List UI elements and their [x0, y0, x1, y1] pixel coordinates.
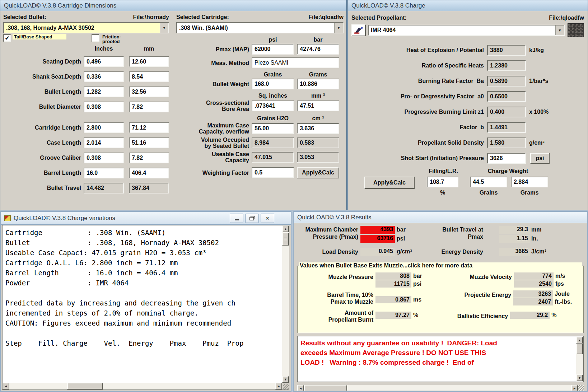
- meas-method-input[interactable]: Piezo SAAMI: [252, 57, 339, 68]
- scroll-left-icon[interactable]: ◄: [3, 383, 9, 389]
- warning-vertical-scrollbar[interactable]: ▲ ▼: [576, 337, 583, 381]
- cartridge-length-mm-input[interactable]: 71.12: [129, 122, 169, 133]
- muzzle-velocity-ms-unit: m/s: [555, 273, 565, 279]
- apply-calc-button-charge[interactable]: Apply&Calc: [364, 177, 415, 189]
- horizontal-scroll-thumb[interactable]: [67, 383, 103, 389]
- scroll-right-icon[interactable]: ►: [275, 383, 282, 389]
- propellant-dropdown-icon[interactable]: ▼: [555, 25, 564, 35]
- window-charge-variations: QuickLOAD© V.3.8 Charge variations × Car…: [0, 211, 291, 392]
- max-capacity-cm3-input[interactable]: 3.636: [297, 123, 339, 134]
- powder-sample-image[interactable]: [568, 23, 584, 37]
- friction-proofed-checkbox[interactable]: [92, 34, 99, 42]
- bore-area-sqin-input[interactable]: .073641: [252, 101, 294, 111]
- bullet-diameter-inches-input[interactable]: 0.308: [84, 102, 124, 112]
- seating-depth-inches-input[interactable]: 0.496: [84, 56, 124, 67]
- bullet-dropdown-icon[interactable]: ▼: [160, 23, 168, 33]
- scroll-down-icon[interactable]: ▼: [282, 376, 289, 383]
- charge-variations-report[interactable]: Cartridge : .308 Win. (SAAMI) Bullet : .…: [2, 225, 289, 390]
- bullet-travel-mm-output: 367.84: [129, 183, 169, 193]
- charge-titlebar[interactable]: QuickLOAD© V.3.8 Charge: [348, 0, 588, 11]
- close-button[interactable]: ×: [261, 214, 274, 223]
- warning-scroll-left-icon[interactable]: ◄: [297, 385, 304, 391]
- scroll-up-icon[interactable]: ▲: [282, 225, 289, 232]
- ballistic-efficiency-unit: %: [551, 312, 556, 318]
- row-shot-start-pressure: Shot Start (Initiation) Pressure 3626 ps…: [351, 153, 584, 164]
- groove-caliber-mm-input[interactable]: 7.82: [129, 153, 169, 163]
- filling-lr-input[interactable]: 108.7: [427, 177, 458, 187]
- cm3-column-header: cm ³: [297, 115, 339, 122]
- pmax-bar-input[interactable]: 4274.76: [297, 44, 339, 55]
- charge-variations-title: QuickLOAD© V.3.8 Charge variations: [14, 215, 115, 222]
- barrel-length-mm-input[interactable]: 406.4: [129, 168, 169, 178]
- barrel-length-label: Barrel Length: [3, 170, 84, 176]
- bore-area-mm2-input[interactable]: 47.51: [297, 101, 339, 111]
- bullet-combobox[interactable]: .308, 168, Hornady A-MAX 30502 ▼: [3, 22, 169, 33]
- bullet-length-inches-input[interactable]: 1.282: [84, 87, 124, 97]
- warning-scroll-down-icon[interactable]: ▼: [576, 374, 583, 381]
- warning-horizontal-scrollbar[interactable]: ◄ ►: [297, 385, 584, 391]
- cartridge-dropdown-icon[interactable]: ▼: [334, 23, 343, 33]
- muzzle-exit-group-caption[interactable]: Values when Bullet Base Exits Muzzle...c…: [299, 262, 582, 269]
- selected-propellant-label: Selected Propellant:: [351, 15, 407, 21]
- weighting-factor-input[interactable]: 0.5: [252, 167, 294, 178]
- seating-depth-mm-input[interactable]: 12.60: [129, 56, 169, 67]
- useable-capacity-label: Useable Case Capacity: [176, 151, 252, 163]
- row-barrel-length: Barrel Length 16.0 406.4: [3, 168, 169, 178]
- bullet-weight-grams-input[interactable]: 10.886: [297, 79, 339, 89]
- restore-button[interactable]: [245, 214, 259, 223]
- tail-base-checkbox[interactable]: ✔: [3, 34, 11, 42]
- vertical-scroll-thumb[interactable]: [282, 233, 289, 246]
- cartridge-combobox[interactable]: .308 Win. (SAAMI) ▼: [176, 22, 344, 33]
- row-ratio-specific-heats: Ratio of Specific Heats 1.2380: [351, 60, 584, 71]
- resize-grip-icon[interactable]: [283, 384, 289, 389]
- warning-textbox[interactable]: Results without any guarantee on usabili…: [297, 336, 584, 382]
- charge-variations-titlebar[interactable]: QuickLOAD© V.3.8 Charge variations ×: [1, 212, 291, 225]
- cartridge-length-inches-input[interactable]: 2.800: [84, 122, 124, 133]
- shank-seat-depth-mm-input[interactable]: 8.54: [129, 71, 169, 82]
- row-bullet-length: Bullet Length 1.282 32.56: [3, 87, 169, 97]
- max-capacity-grains-input[interactable]: 56.00: [252, 123, 294, 134]
- case-length-inches-input[interactable]: 2.014: [84, 137, 124, 148]
- shank-seat-depth-inches-input[interactable]: 0.336: [84, 71, 124, 82]
- projectile-energy-joule-unit: Joule: [555, 291, 570, 297]
- bullet-length-mm-input[interactable]: 32.56: [129, 87, 169, 97]
- inches-column-header: Inches: [84, 46, 124, 52]
- warning-horizontal-scroll-thumb[interactable]: [304, 385, 347, 391]
- bullet-weight-grains-input[interactable]: 168.0: [252, 79, 294, 89]
- propellant-file-path: File:\qloadfw: [549, 15, 584, 21]
- groove-caliber-inches-input[interactable]: 0.308: [84, 153, 124, 163]
- bullet-file-path: File:\hornady: [133, 14, 169, 20]
- charge-weight-grams-input[interactable]: 2.884: [511, 177, 548, 187]
- window-cartridge-dimensions: QuickLOAD© V.3.8 Cartridge Dimensions Se…: [0, 0, 347, 210]
- row-groove-caliber: Groove Caliber 0.308 7.82: [3, 153, 169, 163]
- warning-scroll-thumb[interactable]: [576, 344, 583, 354]
- propellant-burnt-unit: %: [413, 312, 418, 318]
- propellant-combobox-value: IMR 4064: [369, 25, 555, 35]
- horizontal-scrollbar[interactable]: ◄ ►: [3, 383, 282, 389]
- case-length-mm-input[interactable]: 51.16: [129, 137, 169, 148]
- row-propellant-solid-density: Propellant Solid Density 1.580 g/cm³: [351, 137, 584, 148]
- charge-weight-grains-input[interactable]: 44.5: [470, 177, 507, 187]
- vertical-scrollbar[interactable]: ▲ ▼: [282, 225, 289, 383]
- apply-calc-button-dimensions[interactable]: Apply&Calc: [297, 167, 339, 178]
- barrel-length-inches-input[interactable]: 16.0: [84, 168, 124, 178]
- projectile-energy-ftlbs-value: 2407: [513, 298, 553, 305]
- warning-scroll-up-icon[interactable]: ▲: [576, 337, 583, 344]
- psi-unit-button[interactable]: psi: [530, 153, 550, 164]
- bullet-diameter-mm-input[interactable]: 7.82: [129, 102, 169, 112]
- bullet-combobox-value: .308, 168, Hornady A-MAX 30502: [4, 23, 160, 33]
- grams-column-header: Grams: [297, 71, 339, 78]
- pmax-psi-input[interactable]: 62000: [252, 44, 294, 55]
- warning-scroll-right-icon[interactable]: ►: [571, 385, 578, 391]
- results-resize-grip-icon[interactable]: [578, 385, 584, 391]
- minimize-button[interactable]: [230, 214, 243, 223]
- cartridge-dimensions-titlebar[interactable]: QuickLOAD© V.3.8 Cartridge Dimensions: [0, 0, 346, 11]
- propellant-table-button[interactable]: [351, 24, 366, 36]
- results-titlebar[interactable]: QuickLOAD© V.3.8 Results: [294, 212, 587, 223]
- pmax-psi-value: 63716: [360, 235, 395, 243]
- row-shank-seat-depth: Shank Seat.Depth 0.336 8.54: [3, 71, 169, 82]
- shot-start-pressure-input[interactable]: 3626: [487, 153, 526, 164]
- app-icon: [4, 215, 11, 221]
- propellant-combobox[interactable]: IMR 4064 ▼: [368, 25, 565, 36]
- seating-depth-label: Seating Depth: [3, 59, 84, 65]
